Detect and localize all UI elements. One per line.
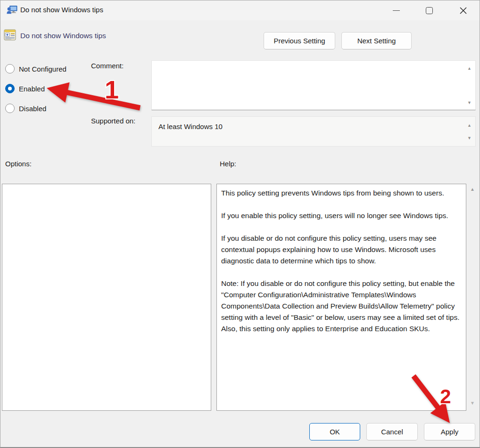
scroll-up-icon[interactable]: ▲	[467, 66, 472, 71]
radio-disabled[interactable]: Disabled	[5, 104, 46, 113]
help-label: Help:	[220, 160, 236, 168]
close-button[interactable]	[452, 0, 474, 20]
radio-circle-not-configured[interactable]	[5, 64, 15, 73]
scroll-down-icon[interactable]: ▼	[467, 101, 472, 105]
title-bar: Do not show Windows tips	[0, 0, 480, 20]
comment-label: Comment:	[91, 62, 124, 70]
radio-circle-disabled[interactable]	[5, 104, 15, 113]
cancel-button[interactable]: Cancel	[366, 423, 418, 440]
radio-label-disabled: Disabled	[19, 105, 46, 113]
help-text: This policy setting prevents Windows tip…	[217, 184, 466, 338]
annotation-arrow-1	[47, 82, 141, 111]
apply-button[interactable]: Apply	[424, 423, 475, 440]
previous-setting-button[interactable]: Previous Setting	[264, 32, 335, 49]
radio-circle-enabled[interactable]	[5, 84, 15, 93]
policy-icon	[4, 29, 16, 41]
scroll-down-icon[interactable]: ▼	[470, 401, 475, 406]
radio-label-not-configured: Not Configured	[19, 65, 66, 73]
supported-on-field: At least Windows 10 ▲ ▼	[151, 116, 476, 147]
window-title: Do not show Windows tips	[20, 6, 103, 14]
app-icon	[7, 5, 17, 16]
supported-on-label: Supported on:	[91, 117, 135, 125]
options-panel	[2, 184, 211, 411]
next-setting-button[interactable]: Next Setting	[341, 32, 412, 49]
supported-on-value: At least Windows 10	[158, 122, 223, 130]
annotation-step-1: 1	[105, 75, 119, 104]
radio-not-configured[interactable]: Not Configured	[5, 64, 66, 73]
scroll-up-icon[interactable]: ▲	[467, 123, 472, 128]
radio-label-enabled: Enabled	[19, 85, 45, 93]
help-panel: This policy setting prevents Windows tip…	[216, 184, 466, 411]
maximize-button[interactable]	[418, 0, 440, 20]
close-icon	[459, 7, 467, 15]
minimize-icon	[393, 10, 400, 11]
ok-button[interactable]: OK	[309, 423, 360, 440]
options-label: Options:	[5, 160, 32, 168]
radio-enabled[interactable]: Enabled	[5, 84, 45, 93]
minimize-button[interactable]	[385, 0, 407, 20]
scroll-up-icon[interactable]: ▲	[470, 187, 475, 192]
policy-setting-dialog: Do not show Windows tips Do not show Win…	[0, 0, 480, 448]
scroll-down-icon[interactable]: ▼	[467, 136, 472, 140]
policy-title: Do not show Windows tips	[20, 32, 106, 40]
maximize-icon	[426, 7, 433, 14]
comment-textarea[interactable]: ▲ ▼	[151, 60, 476, 110]
